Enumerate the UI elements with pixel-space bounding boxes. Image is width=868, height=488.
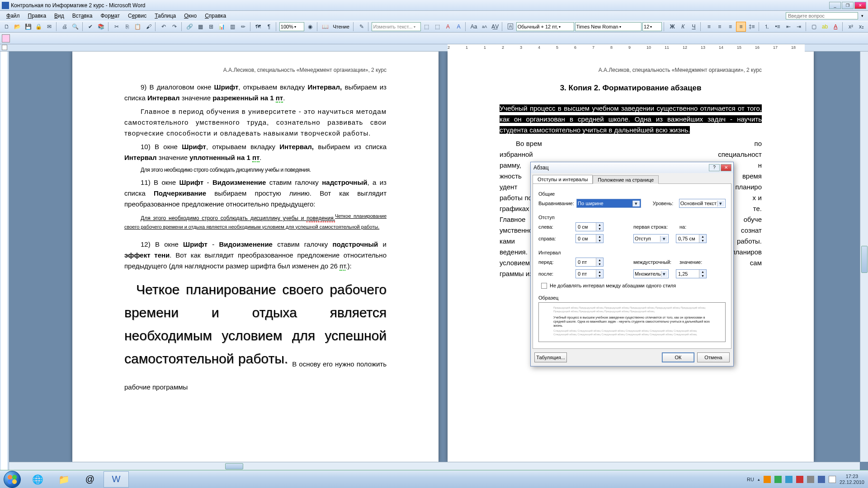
hyperlink-icon[interactable]: 🔗 — [185, 22, 195, 32]
tb-icon-1[interactable]: ⬚ — [422, 22, 432, 32]
cut-icon[interactable]: ✂ — [112, 22, 122, 32]
save-icon[interactable]: 💾 — [23, 22, 33, 32]
align-combo[interactable]: По ширине▾ — [576, 199, 641, 208]
tray-icon-3[interactable] — [785, 476, 793, 483]
window-minimize[interactable]: _ — [829, 2, 841, 9]
dialog-help-icon[interactable]: ? — [709, 164, 720, 171]
space-before-spin[interactable]: ▲▼ — [576, 258, 604, 267]
menu-tools[interactable]: Сервис — [124, 12, 150, 20]
columns-icon[interactable]: ▥ — [227, 22, 237, 32]
taskbar-word-icon[interactable]: W — [104, 471, 129, 488]
first-line-combo[interactable]: Отступ▾ — [633, 234, 669, 243]
window-close[interactable]: ✕ — [854, 2, 866, 9]
zoom-combo[interactable]: 100%▾ — [279, 22, 304, 31]
ok-button[interactable]: ОК — [662, 352, 694, 362]
char-spacing-icon[interactable]: A͟V — [491, 22, 500, 32]
menu-table[interactable]: Таблица — [151, 12, 179, 20]
indent-icon[interactable]: ⇥ — [794, 22, 804, 32]
ink-icon[interactable]: ✎ — [357, 22, 367, 32]
copy-icon[interactable]: ⎘ — [122, 22, 132, 32]
scrollbar-thumb-v[interactable] — [861, 246, 868, 273]
help-icon[interactable]: ◉ — [305, 22, 315, 32]
menu-insert[interactable]: Вставка — [69, 12, 96, 20]
taskbar-mail-icon[interactable]: @ — [77, 471, 103, 488]
tb-icon-2[interactable]: ⬚ — [432, 22, 442, 32]
askbox-dropdown-icon[interactable]: ▾ — [859, 14, 865, 18]
taskbar-explorer-icon[interactable]: 📁 — [51, 471, 76, 488]
subscript-icon[interactable]: x₂ — [857, 22, 867, 32]
line-spacing-combo[interactable]: Множитель▾ — [633, 269, 669, 278]
scrollbar-horizontal[interactable] — [9, 462, 860, 470]
drawing-icon[interactable]: ✏ — [238, 22, 248, 32]
align-left-icon[interactable]: ≡ — [704, 22, 714, 32]
level-combo[interactable]: Основной текст▾ — [679, 199, 726, 208]
show-marks-icon[interactable]: ¶ — [264, 22, 274, 32]
italic-icon[interactable]: К — [678, 22, 688, 32]
dialog-titlebar[interactable]: Абзац ? ✕ — [531, 162, 733, 173]
tray-lang[interactable]: RU — [747, 477, 754, 482]
window-restore[interactable]: ❐ — [842, 2, 854, 9]
excel-icon[interactable]: 📊 — [217, 22, 227, 32]
ask-question-box[interactable] — [786, 12, 858, 19]
read-icon[interactable]: 📖 — [321, 22, 330, 32]
preview-icon[interactable]: 🔍 — [71, 22, 80, 32]
edit-text-combo[interactable]: Изменить текст...▾ — [372, 22, 420, 31]
tab-pagination[interactable]: Положение на странице — [593, 175, 659, 184]
font-color-icon[interactable]: A — [830, 22, 840, 32]
web-tools-icon[interactable] — [2, 34, 10, 42]
tables-borders-icon[interactable]: ▦ — [195, 22, 205, 32]
menu-format[interactable]: Формат — [97, 12, 123, 20]
tray-icon-2[interactable] — [774, 476, 782, 483]
menu-window[interactable]: Окно — [180, 12, 200, 20]
ruler-horizontal[interactable]: 21123456789101112131415161718 — [0, 44, 868, 52]
print-icon[interactable]: 🖨 — [60, 22, 70, 32]
highlight-icon[interactable]: ab — [820, 22, 830, 32]
tray-icon-1[interactable] — [764, 476, 771, 483]
tray-icon-5[interactable] — [807, 476, 814, 483]
indent-left-spin[interactable]: ▲▼ — [576, 222, 604, 231]
tray-icon-6[interactable] — [818, 476, 825, 483]
align-right-icon[interactable]: ≡ — [726, 22, 736, 32]
font-grow-icon[interactable]: A — [443, 22, 453, 32]
tray-show-hidden-icon[interactable]: ▴ — [758, 477, 760, 482]
ruler-corner-icon[interactable] — [2, 45, 7, 50]
tab-indents[interactable]: Отступы и интервалы — [533, 175, 593, 183]
new-doc-icon[interactable]: 🗋 — [2, 22, 12, 32]
format-painter-icon[interactable]: 🖌 — [144, 22, 154, 32]
ruler-vertical[interactable] — [0, 52, 9, 470]
docmap-icon[interactable]: 🗺 — [254, 22, 264, 32]
bullets-icon[interactable]: •≡ — [773, 22, 783, 32]
research-icon[interactable]: 📚 — [96, 22, 106, 32]
outdent-icon[interactable]: ⇤ — [783, 22, 793, 32]
redo-icon[interactable]: ↷ — [170, 22, 179, 32]
taskbar-ie-icon[interactable]: 🌐 — [25, 471, 50, 488]
scrollbar-thumb-h[interactable] — [225, 463, 243, 469]
spellcheck-icon[interactable]: ✔ — [86, 22, 96, 32]
smallcaps-icon[interactable]: aA — [480, 22, 490, 32]
open-icon[interactable]: 📂 — [13, 22, 23, 32]
scrollbar-vertical[interactable] — [860, 52, 868, 462]
paste-icon[interactable]: 📋 — [133, 22, 143, 32]
reading-label[interactable]: Чтение — [331, 24, 351, 29]
size-combo[interactable]: 12▾ — [642, 22, 662, 31]
underline-icon[interactable]: Ч — [689, 22, 699, 32]
indent-right-spin[interactable]: ▲▼ — [576, 234, 604, 243]
styles-icon[interactable]: 🄰 — [505, 22, 515, 32]
tabs-button[interactable]: Табуляция... — [534, 352, 567, 362]
space-after-spin[interactable]: ▲▼ — [576, 269, 604, 278]
page-left[interactable]: А.А.Лесиков, специальность «Менеджмент о… — [72, 52, 439, 462]
borders-icon[interactable]: ▢ — [809, 22, 819, 32]
superscript-icon[interactable]: x² — [846, 22, 856, 32]
mail-icon[interactable]: ✉ — [45, 22, 55, 32]
menu-file[interactable]: Файл — [3, 12, 24, 20]
menu-edit[interactable]: Правка — [24, 12, 50, 20]
undo-icon[interactable]: ↶ — [159, 22, 169, 32]
bold-icon[interactable]: Ж — [667, 22, 677, 32]
align-center-icon[interactable]: ≡ — [715, 22, 725, 32]
tray-clock[interactable]: 17:2322.12.2010 — [840, 474, 864, 484]
numbering-icon[interactable]: ⒈ — [762, 22, 772, 32]
align-justify-icon[interactable]: ≡ — [736, 22, 746, 32]
case-icon[interactable]: Aa — [469, 22, 479, 32]
font-combo[interactable]: Times New Roman▾ — [575, 22, 642, 31]
cancel-button[interactable]: Отмена — [697, 352, 730, 362]
